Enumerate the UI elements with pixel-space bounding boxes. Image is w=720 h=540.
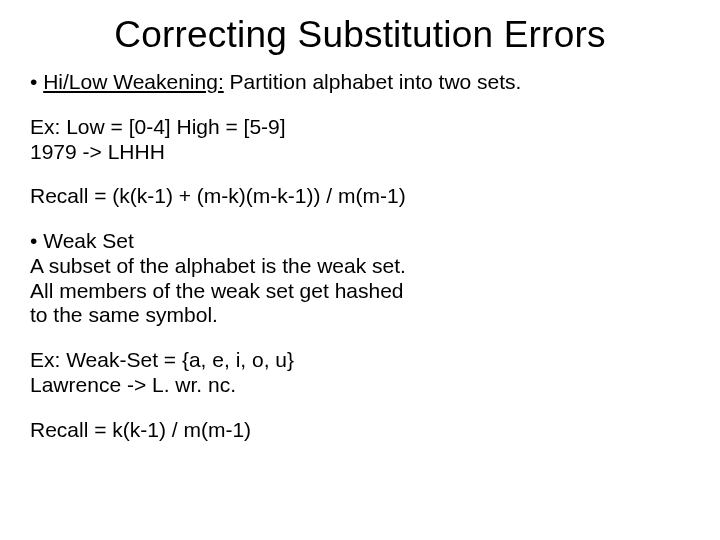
bullet-rest: Partition alphabet into two sets. [224,70,522,93]
weak-set-line: to the same symbol. [30,303,690,328]
slide-title: Correcting Substitution Errors [30,14,690,56]
example-weak-set: Ex: Weak-Set = {a, e, i, o, u} Lawrence … [30,348,690,398]
bullet-head-underline: Hi/Low Weakening: [43,70,224,93]
recall-formula-2: Recall = k(k-1) / m(m-1) [30,418,690,443]
example-line: Lawrence -> L. wr. nc. [30,373,690,398]
example-hi-low: Ex: Low = [0-4] High = [5-9] 1979 -> LHH… [30,115,690,165]
bullet-line: • Weak Set [30,229,690,254]
spacer [30,328,690,348]
weak-set-line: A subset of the alphabet is the weak set… [30,254,690,279]
bullet-marker: • [30,70,43,93]
slide: Correcting Substitution Errors • Hi/Low … [0,0,720,540]
bullet-hi-low: • Hi/Low Weakening: Partition alphabet i… [30,70,690,95]
example-line: 1979 -> LHHH [30,140,690,165]
bullet-weak-set: • Weak Set A subset of the alphabet is t… [30,229,690,328]
recall-formula-1: Recall = (k(k-1) + (m-k)(m-k-1)) / m(m-1… [30,184,690,209]
example-line: Ex: Weak-Set = {a, e, i, o, u} [30,348,690,373]
slide-body: • Hi/Low Weakening: Partition alphabet i… [30,70,690,442]
example-line: Ex: Low = [0-4] High = [5-9] [30,115,690,140]
weak-set-line: All members of the weak set get hashed [30,279,690,304]
